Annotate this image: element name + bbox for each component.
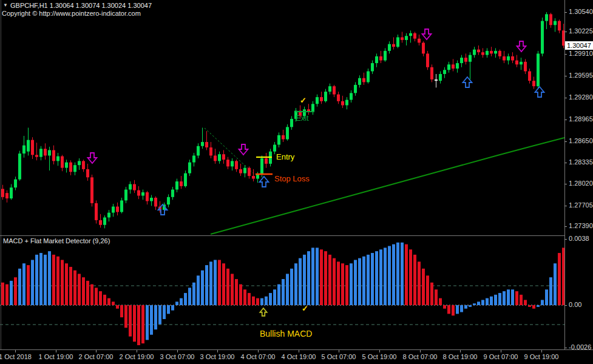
axis-tick (420, 350, 421, 352)
time-axis-label: 2 Oct 19:00 (120, 353, 154, 360)
axis-tick (564, 305, 567, 306)
price-axis-label: 1.28020 (569, 180, 593, 187)
price-axis-label: 1.30225 (569, 27, 593, 35)
time-axis-label: 5 Oct 07:00 (322, 353, 356, 360)
axis-tick (564, 226, 567, 227)
axis-tick (501, 350, 501, 352)
buy-arrow-icon[interactable] (463, 77, 472, 87)
axis-tick (564, 76, 567, 76)
macd-histogram[interactable] (1, 243, 564, 345)
axis-tick (564, 184, 567, 184)
candles[interactable] (1, 12, 564, 228)
time-axis-label: 9 Oct 07:00 (484, 353, 518, 360)
time-axis-label: 5 Oct 19:00 (362, 353, 397, 360)
axis-tick (15, 350, 16, 352)
time-axis-label: 9 Oct 19:00 (524, 353, 559, 360)
axis-tick (564, 141, 567, 142)
buy-arrow-icon[interactable] (535, 87, 544, 97)
axis-tick (564, 348, 567, 348)
axis-tick (96, 350, 97, 352)
main-indicator-separator[interactable] (0, 235, 564, 236)
ma-line[interactable] (211, 138, 564, 234)
axis-tick (541, 350, 542, 352)
sell-arrow-icon[interactable] (239, 144, 248, 155)
axis-tick (137, 350, 137, 352)
chart-left-border (1, 0, 1, 350)
sell-arrow-icon[interactable] (422, 29, 432, 39)
time-axis-label: 3 Oct 19:00 (200, 353, 235, 360)
time-axis-label: 2 Oct 07:00 (79, 353, 114, 360)
price-axis-label: 1.28965 (569, 115, 593, 123)
current-price-box: 1.30047 (565, 41, 593, 50)
buy-arrow-icon[interactable] (260, 308, 266, 316)
price-axis[interactable]: 1.305401.302251.299101.295951.292801.289… (565, 0, 593, 350)
axis-tick (56, 350, 56, 352)
time-axis-label: 1 Oct 19:00 (39, 353, 73, 360)
price-axis-label: 1.30540 (569, 8, 593, 15)
price-axis-label: 1.29280 (569, 93, 593, 101)
axis-tick (564, 239, 567, 240)
axis-tick (258, 350, 259, 352)
time-axis-label: 8 Oct 19:00 (443, 353, 478, 360)
axis-tick (564, 163, 567, 163)
axis-tick (379, 350, 380, 352)
indicator-axis-label: 0.0038 (569, 235, 589, 242)
time-axis-label: 8 Oct 07:00 (403, 353, 438, 360)
time-axis-label: 1 Oct 2018 (0, 353, 32, 360)
sell-arrow-icon[interactable] (517, 41, 526, 52)
time-axis[interactable]: 1 Oct 20181 Oct 19:002 Oct 07:002 Oct 19… (0, 350, 593, 364)
time-axis-label: 4 Oct 07:00 (241, 353, 276, 360)
axis-tick (564, 98, 567, 98)
indicator-axis-label: 0.00 (569, 301, 581, 308)
axis-tick (564, 54, 567, 55)
price-axis-label: 1.28650 (569, 137, 593, 144)
sell-arrow-icon[interactable] (88, 153, 97, 163)
axis-tick (564, 206, 567, 206)
price-axis-label: 1.29595 (569, 72, 593, 79)
buy-arrow-icon[interactable] (260, 177, 269, 187)
price-axis-label: 1.29910 (569, 50, 593, 57)
price-chart-canvas[interactable] (0, 0, 564, 235)
axis-tick (177, 350, 178, 352)
axis-tick (460, 350, 461, 352)
time-axis-label: 3 Oct 07:00 (160, 353, 195, 360)
price-axis-label: 1.27390 (569, 222, 593, 229)
price-axis-label: 1.28335 (569, 158, 593, 166)
macd-indicator-canvas[interactable] (0, 236, 564, 349)
axis-tick (339, 350, 339, 352)
axis-tick (564, 12, 567, 13)
axis-tick (299, 350, 299, 352)
axis-tick (564, 120, 567, 120)
time-axis-label: 4 Oct 19:00 (282, 353, 316, 360)
axis-tick (564, 32, 567, 32)
trading-terminal-chart: ▼ GBPCHF,H1 1.30064 1.30074 1.30024 1.30… (0, 0, 593, 364)
price-axis-label: 1.27705 (569, 201, 593, 209)
axis-tick (217, 350, 218, 352)
